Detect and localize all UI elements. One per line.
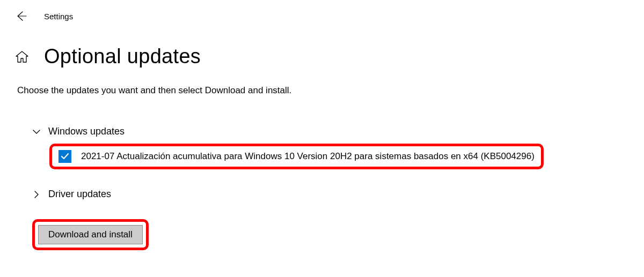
download-install-button[interactable]: Download and install [38, 225, 143, 244]
windows-updates-section: Windows updates 2021-07 Actualización ac… [15, 126, 644, 169]
chevron-down-icon [32, 128, 41, 136]
highlight-annotation: Download and install [32, 219, 149, 250]
page-header: Optional updates [15, 45, 644, 68]
checkmark-icon [60, 152, 70, 161]
update-item[interactable]: 2021-07 Actualización acumulativa para W… [58, 150, 535, 163]
driver-updates-header[interactable]: Driver updates [15, 189, 644, 200]
home-icon[interactable] [15, 50, 29, 64]
windows-updates-header[interactable]: Windows updates [15, 126, 644, 137]
content-area: Optional updates Choose the updates you … [0, 23, 644, 250]
instruction-text: Choose the updates you want and then sel… [15, 85, 644, 96]
highlight-annotation: 2021-07 Actualización acumulativa para W… [49, 144, 544, 169]
page-title: Optional updates [44, 45, 201, 68]
driver-updates-title: Driver updates [48, 189, 111, 200]
chevron-right-icon [32, 190, 41, 199]
titlebar: Settings [0, 0, 644, 23]
windows-updates-title: Windows updates [48, 126, 125, 137]
update-label: 2021-07 Actualización acumulativa para W… [81, 151, 535, 162]
back-button[interactable] [15, 10, 28, 23]
back-arrow-icon [16, 11, 27, 21]
driver-updates-section: Driver updates [15, 189, 644, 200]
update-checkbox[interactable] [58, 150, 71, 163]
titlebar-title: Settings [44, 12, 73, 21]
